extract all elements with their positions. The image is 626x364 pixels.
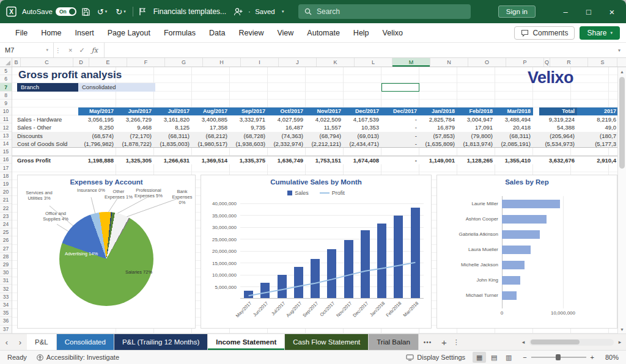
cell-value[interactable]: 1,674,408: [344, 156, 381, 164]
cell-value[interactable]: (2,434,471): [344, 140, 381, 147]
zoom-thumb[interactable]: [556, 354, 561, 360]
cell-value[interactable]: 9,735: [230, 123, 268, 131]
row-header-22[interactable]: 22: [0, 204, 12, 212]
horizontal-scrollbar[interactable]: ◂ ▸: [517, 334, 626, 350]
rep-bar-ashton-cooper[interactable]: [502, 215, 547, 224]
row-header-27[interactable]: 27: [0, 244, 12, 252]
row-header-23[interactable]: 23: [0, 213, 12, 220]
enter-icon[interactable]: ✓: [79, 46, 84, 54]
cell-value[interactable]: 3,400,885: [192, 115, 230, 123]
cell-total[interactable]: (5,534,973): [539, 140, 577, 147]
zoom-slider[interactable]: [531, 357, 586, 358]
menu-item-formulas[interactable]: Formulas: [157, 24, 202, 42]
name-box[interactable]: M7 ▾: [0, 43, 54, 57]
cell-year[interactable]: 49,0: [577, 123, 617, 131]
column-header-Q[interactable]: Q: [544, 58, 550, 67]
expenses-pie-chart[interactable]: Expenses by Account Salaries 72% Adverti…: [17, 175, 196, 329]
autosave-toggle[interactable]: On: [56, 7, 76, 16]
cell-value[interactable]: 1,149,001: [419, 156, 457, 164]
rep-bar-gabriella-atkinson[interactable]: [502, 230, 540, 239]
column-header-H[interactable]: H: [203, 58, 241, 67]
row-header-26[interactable]: 26: [0, 236, 12, 244]
row-header-13[interactable]: 13: [0, 132, 12, 140]
row-header-14[interactable]: 14: [0, 140, 12, 148]
row-header-24[interactable]: 24: [0, 220, 12, 228]
cell-total[interactable]: 9,319,224: [539, 115, 577, 123]
share-button[interactable]: Share ▾: [580, 26, 620, 40]
cell-value[interactable]: 16,487: [268, 123, 306, 131]
cell-value[interactable]: 1,636,749: [268, 156, 306, 164]
cell-total[interactable]: (205,964): [539, 132, 577, 140]
cell-value[interactable]: -: [381, 123, 419, 131]
rep-bar-laurie-miller[interactable]: [502, 200, 560, 208]
cancel-icon[interactable]: ×: [68, 46, 72, 54]
cell-value[interactable]: 1,325,305: [116, 156, 154, 164]
sheet-tab-income-statement[interactable]: Income Statement: [208, 334, 285, 350]
month-header-jan-2018[interactable]: Jan/2018: [419, 107, 457, 115]
cell-value[interactable]: -: [381, 115, 419, 123]
cell-value[interactable]: -: [381, 156, 419, 164]
cell-value[interactable]: 16,879: [419, 123, 457, 131]
zoom-level[interactable]: 80%: [602, 354, 619, 361]
cell-value[interactable]: 4,022,509: [306, 115, 344, 123]
rep-bar-michelle-jackson[interactable]: [502, 261, 525, 269]
column-header-E[interactable]: E: [89, 58, 127, 67]
close-button[interactable]: ×: [600, 0, 624, 23]
row-header-9[interactable]: 9: [0, 100, 12, 107]
cell-value[interactable]: (68,311): [154, 132, 192, 140]
cell-value[interactable]: (1,813,974): [457, 140, 495, 147]
scroll-up-icon[interactable]: ▲: [618, 67, 626, 76]
row-header-28[interactable]: 28: [0, 253, 12, 261]
cell-value[interactable]: 8,250: [78, 123, 116, 131]
sheet-tab-p-l[interactable]: P&L: [27, 334, 57, 350]
save-status[interactable]: · Saved ▾: [248, 8, 284, 15]
row-header-32[interactable]: 32: [0, 285, 12, 293]
menu-item-help[interactable]: Help: [347, 24, 376, 42]
month-header-jun-2017[interactable]: Jun/2017: [116, 107, 154, 115]
cell-value[interactable]: (68,794): [306, 132, 344, 140]
row-header-29[interactable]: 29: [0, 261, 12, 269]
menu-item-home[interactable]: Home: [34, 24, 68, 42]
zoom-out-icon[interactable]: −: [523, 354, 526, 361]
flag-icon[interactable]: [138, 7, 146, 16]
sales-by-rep-chart[interactable]: Sales by Rep 0 10,000,000 Laurie MillerA…: [436, 175, 617, 329]
zoom-in-icon[interactable]: +: [591, 354, 594, 361]
month-header-may-2017[interactable]: May/2017: [78, 107, 116, 115]
cell-value[interactable]: (2,085,191): [495, 140, 533, 147]
more-sheets-button[interactable]: •••: [419, 334, 437, 350]
redo-button[interactable]: ↻▾: [114, 6, 127, 18]
cell-value[interactable]: 4,167,539: [344, 115, 381, 123]
cell-value[interactable]: (69,013): [344, 132, 381, 140]
row-header-12[interactable]: 12: [0, 123, 12, 131]
row-header-19[interactable]: 19: [0, 180, 12, 188]
normal-view-icon[interactable]: ▦: [473, 352, 486, 363]
row-header-5[interactable]: 5: [0, 67, 12, 75]
cell-value[interactable]: 11,557: [306, 123, 344, 131]
row-header-20[interactable]: 20: [0, 188, 12, 196]
cell-value[interactable]: (72,170): [116, 132, 154, 140]
scroll-down-icon[interactable]: ▼: [618, 325, 626, 333]
month-header-nov-2017[interactable]: Nov/2017: [306, 107, 344, 115]
sheet-nav-left-icon[interactable]: ‹: [0, 334, 13, 350]
column-header-D[interactable]: D: [73, 58, 89, 67]
column-header-K[interactable]: K: [317, 58, 355, 67]
cell-value[interactable]: 10,353: [344, 123, 381, 131]
cell-value[interactable]: 1,753,151: [306, 156, 344, 164]
branch-selector[interactable]: Consolidated: [78, 83, 155, 91]
row-header-21[interactable]: 21: [0, 196, 12, 204]
menu-item-view[interactable]: View: [270, 24, 300, 42]
undo-button[interactable]: ↺▾: [95, 6, 109, 18]
cell-year[interactable]: 2,910,4: [577, 156, 617, 164]
cumulative-sales-chart[interactable]: Cumulative Sales by Month Sales Profit 4…: [201, 175, 432, 329]
row-header-35[interactable]: 35: [0, 309, 12, 317]
rep-bar-john-king[interactable]: [502, 276, 520, 285]
cell-total[interactable]: 54,388: [539, 123, 577, 131]
cell-value[interactable]: (1,980,517): [192, 140, 230, 147]
cell-value[interactable]: 1,198,888: [78, 156, 116, 164]
sheet-content[interactable]: Gross profit analysis Velixo Branch Cons…: [12, 67, 617, 333]
total-header[interactable]: Total: [539, 107, 577, 115]
column-header-J[interactable]: J: [279, 58, 317, 67]
column-header-P[interactable]: P: [506, 58, 544, 67]
formula-bar-handle[interactable]: ⋮: [54, 43, 62, 57]
cell-value[interactable]: (2,332,974): [268, 140, 306, 147]
